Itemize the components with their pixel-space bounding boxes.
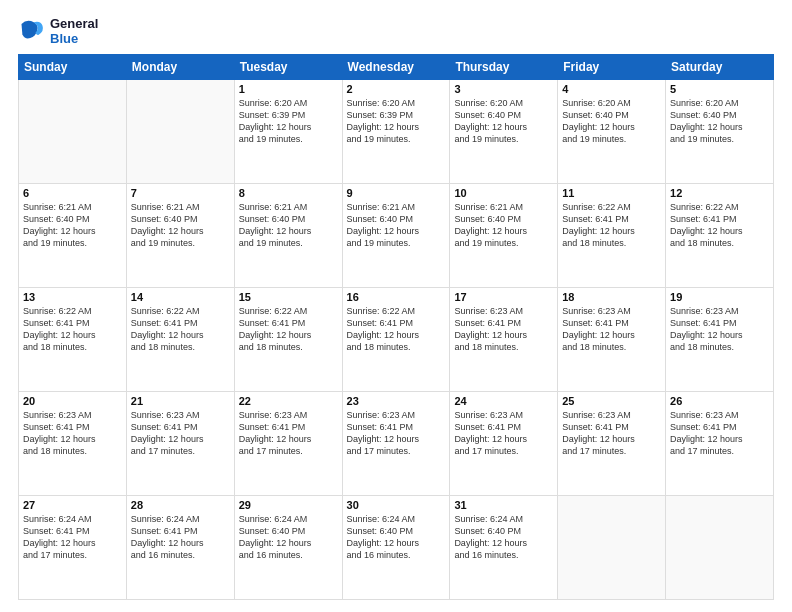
day-number: 14 [131,291,230,303]
calendar-week-row: 6Sunrise: 6:21 AM Sunset: 6:40 PM Daylig… [19,184,774,288]
day-info: Sunrise: 6:22 AM Sunset: 6:41 PM Dayligh… [562,201,661,250]
day-info: Sunrise: 6:20 AM Sunset: 6:40 PM Dayligh… [454,97,553,146]
calendar-cell: 20Sunrise: 6:23 AM Sunset: 6:41 PM Dayli… [19,392,127,496]
day-number: 24 [454,395,553,407]
logo-icon [18,17,46,45]
logo-text: General Blue [50,16,98,46]
weekday-header-cell: Saturday [666,55,774,80]
day-info: Sunrise: 6:21 AM Sunset: 6:40 PM Dayligh… [239,201,338,250]
day-number: 15 [239,291,338,303]
calendar-cell: 7Sunrise: 6:21 AM Sunset: 6:40 PM Daylig… [126,184,234,288]
day-info: Sunrise: 6:22 AM Sunset: 6:41 PM Dayligh… [131,305,230,354]
day-number: 31 [454,499,553,511]
day-number: 2 [347,83,446,95]
day-info: Sunrise: 6:24 AM Sunset: 6:40 PM Dayligh… [239,513,338,562]
calendar-cell [19,80,127,184]
day-number: 17 [454,291,553,303]
calendar-cell: 10Sunrise: 6:21 AM Sunset: 6:40 PM Dayli… [450,184,558,288]
calendar-cell: 22Sunrise: 6:23 AM Sunset: 6:41 PM Dayli… [234,392,342,496]
day-number: 28 [131,499,230,511]
weekday-header-cell: Wednesday [342,55,450,80]
calendar-body: 1Sunrise: 6:20 AM Sunset: 6:39 PM Daylig… [19,80,774,600]
calendar-cell [558,496,666,600]
page: General Blue SundayMondayTuesdayWednesda… [0,0,792,612]
day-info: Sunrise: 6:20 AM Sunset: 6:39 PM Dayligh… [239,97,338,146]
day-number: 13 [23,291,122,303]
calendar-cell [666,496,774,600]
calendar-cell: 8Sunrise: 6:21 AM Sunset: 6:40 PM Daylig… [234,184,342,288]
day-info: Sunrise: 6:23 AM Sunset: 6:41 PM Dayligh… [454,409,553,458]
day-info: Sunrise: 6:23 AM Sunset: 6:41 PM Dayligh… [131,409,230,458]
calendar-cell: 31Sunrise: 6:24 AM Sunset: 6:40 PM Dayli… [450,496,558,600]
day-number: 26 [670,395,769,407]
day-number: 1 [239,83,338,95]
weekday-header-cell: Thursday [450,55,558,80]
day-info: Sunrise: 6:24 AM Sunset: 6:41 PM Dayligh… [23,513,122,562]
day-info: Sunrise: 6:21 AM Sunset: 6:40 PM Dayligh… [454,201,553,250]
calendar-cell: 30Sunrise: 6:24 AM Sunset: 6:40 PM Dayli… [342,496,450,600]
calendar-cell: 29Sunrise: 6:24 AM Sunset: 6:40 PM Dayli… [234,496,342,600]
day-info: Sunrise: 6:24 AM Sunset: 6:40 PM Dayligh… [454,513,553,562]
day-info: Sunrise: 6:23 AM Sunset: 6:41 PM Dayligh… [562,305,661,354]
day-number: 11 [562,187,661,199]
day-info: Sunrise: 6:23 AM Sunset: 6:41 PM Dayligh… [454,305,553,354]
calendar-cell: 21Sunrise: 6:23 AM Sunset: 6:41 PM Dayli… [126,392,234,496]
day-info: Sunrise: 6:20 AM Sunset: 6:40 PM Dayligh… [670,97,769,146]
day-number: 12 [670,187,769,199]
logo: General Blue [18,16,98,46]
calendar-cell: 1Sunrise: 6:20 AM Sunset: 6:39 PM Daylig… [234,80,342,184]
day-number: 6 [23,187,122,199]
calendar-week-row: 20Sunrise: 6:23 AM Sunset: 6:41 PM Dayli… [19,392,774,496]
calendar-cell: 9Sunrise: 6:21 AM Sunset: 6:40 PM Daylig… [342,184,450,288]
day-number: 18 [562,291,661,303]
calendar-cell: 18Sunrise: 6:23 AM Sunset: 6:41 PM Dayli… [558,288,666,392]
calendar-week-row: 1Sunrise: 6:20 AM Sunset: 6:39 PM Daylig… [19,80,774,184]
calendar-cell [126,80,234,184]
day-info: Sunrise: 6:23 AM Sunset: 6:41 PM Dayligh… [347,409,446,458]
calendar-table: SundayMondayTuesdayWednesdayThursdayFrid… [18,54,774,600]
calendar-cell: 3Sunrise: 6:20 AM Sunset: 6:40 PM Daylig… [450,80,558,184]
day-number: 8 [239,187,338,199]
calendar-cell: 16Sunrise: 6:22 AM Sunset: 6:41 PM Dayli… [342,288,450,392]
day-number: 7 [131,187,230,199]
calendar-cell: 19Sunrise: 6:23 AM Sunset: 6:41 PM Dayli… [666,288,774,392]
day-info: Sunrise: 6:24 AM Sunset: 6:40 PM Dayligh… [347,513,446,562]
calendar-cell: 4Sunrise: 6:20 AM Sunset: 6:40 PM Daylig… [558,80,666,184]
calendar-week-row: 27Sunrise: 6:24 AM Sunset: 6:41 PM Dayli… [19,496,774,600]
day-info: Sunrise: 6:20 AM Sunset: 6:39 PM Dayligh… [347,97,446,146]
weekday-header-cell: Friday [558,55,666,80]
header: General Blue [18,16,774,46]
day-number: 16 [347,291,446,303]
calendar-cell: 23Sunrise: 6:23 AM Sunset: 6:41 PM Dayli… [342,392,450,496]
day-number: 5 [670,83,769,95]
calendar-cell: 6Sunrise: 6:21 AM Sunset: 6:40 PM Daylig… [19,184,127,288]
calendar-cell: 27Sunrise: 6:24 AM Sunset: 6:41 PM Dayli… [19,496,127,600]
day-info: Sunrise: 6:22 AM Sunset: 6:41 PM Dayligh… [347,305,446,354]
calendar-cell: 12Sunrise: 6:22 AM Sunset: 6:41 PM Dayli… [666,184,774,288]
day-number: 27 [23,499,122,511]
day-number: 19 [670,291,769,303]
calendar-cell: 28Sunrise: 6:24 AM Sunset: 6:41 PM Dayli… [126,496,234,600]
calendar-cell: 17Sunrise: 6:23 AM Sunset: 6:41 PM Dayli… [450,288,558,392]
calendar-cell: 11Sunrise: 6:22 AM Sunset: 6:41 PM Dayli… [558,184,666,288]
day-info: Sunrise: 6:20 AM Sunset: 6:40 PM Dayligh… [562,97,661,146]
calendar-cell: 24Sunrise: 6:23 AM Sunset: 6:41 PM Dayli… [450,392,558,496]
day-number: 21 [131,395,230,407]
day-number: 4 [562,83,661,95]
calendar-cell: 13Sunrise: 6:22 AM Sunset: 6:41 PM Dayli… [19,288,127,392]
calendar-cell: 15Sunrise: 6:22 AM Sunset: 6:41 PM Dayli… [234,288,342,392]
day-info: Sunrise: 6:23 AM Sunset: 6:41 PM Dayligh… [670,305,769,354]
day-number: 10 [454,187,553,199]
day-number: 25 [562,395,661,407]
day-info: Sunrise: 6:21 AM Sunset: 6:40 PM Dayligh… [347,201,446,250]
calendar-cell: 2Sunrise: 6:20 AM Sunset: 6:39 PM Daylig… [342,80,450,184]
day-number: 20 [23,395,122,407]
day-info: Sunrise: 6:23 AM Sunset: 6:41 PM Dayligh… [23,409,122,458]
day-info: Sunrise: 6:22 AM Sunset: 6:41 PM Dayligh… [23,305,122,354]
calendar-cell: 26Sunrise: 6:23 AM Sunset: 6:41 PM Dayli… [666,392,774,496]
calendar-cell: 14Sunrise: 6:22 AM Sunset: 6:41 PM Dayli… [126,288,234,392]
day-info: Sunrise: 6:23 AM Sunset: 6:41 PM Dayligh… [562,409,661,458]
day-number: 23 [347,395,446,407]
weekday-header-cell: Tuesday [234,55,342,80]
day-number: 3 [454,83,553,95]
